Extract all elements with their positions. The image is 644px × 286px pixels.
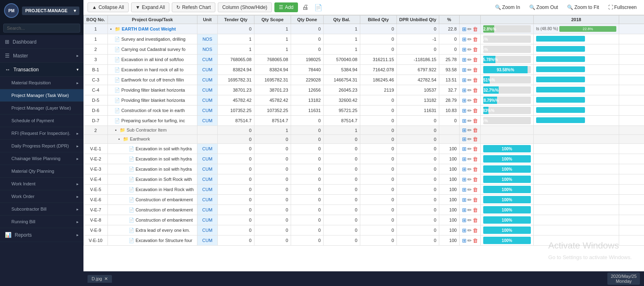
add-button[interactable]: ☰ Add	[274, 2, 298, 12]
sub-expand-icon[interactable]: ▪	[115, 128, 117, 132]
task-edit-icon[interactable]: ✏	[467, 87, 472, 93]
collapse-icon[interactable]: ▪	[110, 26, 112, 31]
task-delete-icon[interactable]: 🗑	[473, 238, 478, 244]
task-delete-icon[interactable]: 🗑	[473, 36, 478, 42]
task-edit-icon[interactable]: ✏	[467, 118, 472, 124]
task-delete-icon[interactable]: 🗑	[473, 136, 478, 142]
task-delete-icon[interactable]: 🗑	[473, 108, 478, 114]
task-delete-icon[interactable]: 🗑	[473, 77, 478, 83]
fullscreen-button[interactable]: ⛶ Fullscreen	[605, 3, 640, 11]
task-link-icon[interactable]: ⊞	[462, 238, 467, 244]
print-button[interactable]: 🖨	[300, 3, 310, 12]
zoom-to-fit-button[interactable]: 🔍 Zoom to Fit	[564, 3, 602, 11]
task-edit-icon[interactable]: ✏	[467, 108, 472, 114]
sidebar-item-dashboard[interactable]: ⊞ Dashboard	[0, 35, 83, 49]
sidebar-item-transaction[interactable]: ↔ Transaction ▾	[0, 63, 83, 77]
sidebar-item-master[interactable]: ☰ Master ▸	[0, 49, 83, 63]
sidebar-item-running-bill[interactable]: Running Bill ▸	[0, 216, 83, 228]
sidebar-item-material-qty[interactable]: Material Qty Planning	[0, 165, 83, 178]
task-edit-icon[interactable]: ✏	[467, 207, 472, 213]
file-tab-close-icon[interactable]: ✕	[104, 276, 108, 282]
task-delete-icon[interactable]: 🗑	[473, 197, 478, 203]
task-delete-icon[interactable]: 🗑	[473, 97, 478, 103]
refresh-chart-button[interactable]: ↻ Refesh Chart	[172, 2, 215, 12]
task-edit-icon[interactable]: ✏	[467, 156, 472, 162]
task-delete-icon[interactable]: 🗑	[473, 207, 478, 213]
zoom-in-button[interactable]: 🔍 Zoom In	[492, 3, 524, 11]
task-link-icon[interactable]: ⊞	[462, 227, 467, 233]
task-delete-icon[interactable]: 🗑	[473, 176, 478, 183]
task-edit-icon[interactable]: ✏	[467, 26, 472, 32]
task-delete-icon[interactable]: 🗑	[473, 146, 478, 152]
sidebar-item-rfi[interactable]: RFI (Request For Inspection). ▸	[0, 127, 83, 140]
file-tab[interactable]: D.jpg ✕	[88, 275, 112, 283]
logo-dropdown-icon[interactable]: ▾	[74, 8, 76, 13]
task-link-icon[interactable]: ⊞	[462, 36, 467, 42]
task-edit-icon[interactable]: ✏	[467, 127, 472, 133]
task-edit-icon[interactable]: ✏	[467, 136, 472, 142]
task-edit-icon[interactable]: ✏	[467, 77, 472, 83]
task-link-icon[interactable]: ⊞	[462, 217, 467, 223]
expand-all-button[interactable]: ▼ Expand All	[131, 2, 170, 12]
task-link-icon[interactable]: ⊞	[462, 46, 467, 53]
task-edit-icon[interactable]: ✏	[467, 46, 472, 53]
task-link-icon[interactable]: ⊞	[462, 108, 467, 114]
column-show-hide-button[interactable]: Column (Show/Hide)	[218, 2, 272, 12]
task-link-icon[interactable]: ⊞	[462, 77, 467, 83]
task-edit-icon[interactable]: ✏	[467, 227, 472, 233]
sidebar-item-subcontractor-bill[interactable]: Subcontractor Bill ▸	[0, 203, 83, 216]
task-link-icon[interactable]: ⊞	[462, 197, 467, 203]
search-input[interactable]	[3, 24, 80, 33]
task-link-icon[interactable]: ⊞	[462, 156, 467, 162]
sidebar-item-project-manager-task[interactable]: Project Manager (Task Wise)	[0, 89, 83, 102]
task-delete-icon[interactable]: 🗑	[473, 67, 478, 73]
task-delete-icon[interactable]: 🗑	[473, 57, 478, 63]
task-edit-icon[interactable]: ✏	[467, 97, 472, 103]
task-delete-icon[interactable]: 🗑	[473, 156, 478, 162]
logo-text[interactable]: PROJECT-MANAGE ▾	[22, 7, 79, 15]
task-delete-icon[interactable]: 🗑	[473, 26, 478, 32]
document-button[interactable]: 📄	[313, 3, 324, 12]
sidebar-item-dpr[interactable]: Daily Progress Report (DPR) ▸	[0, 140, 83, 152]
collapse-all-button[interactable]: ▲ Collapse All	[88, 2, 129, 12]
task-delete-icon[interactable]: 🗑	[473, 118, 478, 124]
task-delete-icon[interactable]: 🗑	[473, 87, 478, 93]
task-delete-icon[interactable]: 🗑	[473, 46, 478, 53]
sidebar-item-material-requisition[interactable]: Material Requisition ▸	[0, 77, 83, 89]
sidebar-item-work-order[interactable]: Work Order ▸	[0, 190, 83, 203]
task-delete-icon[interactable]: 🗑	[473, 217, 478, 223]
task-delete-icon[interactable]: 🗑	[473, 127, 478, 133]
sidebar-item-schedule-payment[interactable]: Schedule of Payment	[0, 114, 83, 127]
task-link-icon[interactable]: ⊞	[462, 136, 467, 142]
task-edit-icon[interactable]: ✏	[467, 197, 472, 203]
sub2-expand-icon[interactable]: ▪	[118, 136, 120, 141]
task-edit-icon[interactable]: ✏	[467, 146, 472, 152]
task-link-icon[interactable]: ⊞	[462, 146, 467, 152]
sidebar-item-project-manager-layer[interactable]: Project Manager (Layer Wise)	[0, 102, 83, 114]
sidebar-item-chainage-wise[interactable]: Chainage Wise Planning ▸	[0, 152, 83, 165]
task-link-icon[interactable]: ⊞	[462, 87, 467, 93]
task-link-icon[interactable]: ⊞	[462, 187, 467, 193]
task-delete-icon[interactable]: 🗑	[473, 166, 478, 172]
task-edit-icon[interactable]: ✏	[467, 187, 472, 193]
task-delete-icon[interactable]: 🗑	[473, 227, 478, 233]
task-edit-icon[interactable]: ✏	[467, 67, 472, 73]
task-link-icon[interactable]: ⊞	[462, 118, 467, 124]
task-link-icon[interactable]: ⊞	[462, 67, 467, 73]
task-link-icon[interactable]: ⊞	[462, 127, 467, 133]
task-link-icon[interactable]: ⊞	[462, 176, 467, 183]
task-edit-icon[interactable]: ✏	[467, 36, 472, 42]
task-link-icon[interactable]: ⊞	[462, 166, 467, 172]
zoom-out-button[interactable]: 🔍 Zoom Out	[526, 3, 561, 11]
task-link-icon[interactable]: ⊞	[462, 207, 467, 213]
task-edit-icon[interactable]: ✏	[467, 238, 472, 244]
task-delete-icon[interactable]: 🗑	[473, 187, 478, 193]
task-link-icon[interactable]: ⊞	[462, 57, 467, 63]
sidebar-item-work-indent[interactable]: Work Indent ▸	[0, 178, 83, 190]
sidebar-item-reports[interactable]: 📊 Reports ▸	[0, 228, 83, 242]
task-edit-icon[interactable]: ✏	[467, 176, 472, 183]
task-link-icon[interactable]: ⊞	[462, 97, 467, 103]
task-link-icon[interactable]: ⊞	[462, 26, 467, 32]
task-edit-icon[interactable]: ✏	[467, 57, 472, 63]
task-edit-icon[interactable]: ✏	[467, 166, 472, 172]
